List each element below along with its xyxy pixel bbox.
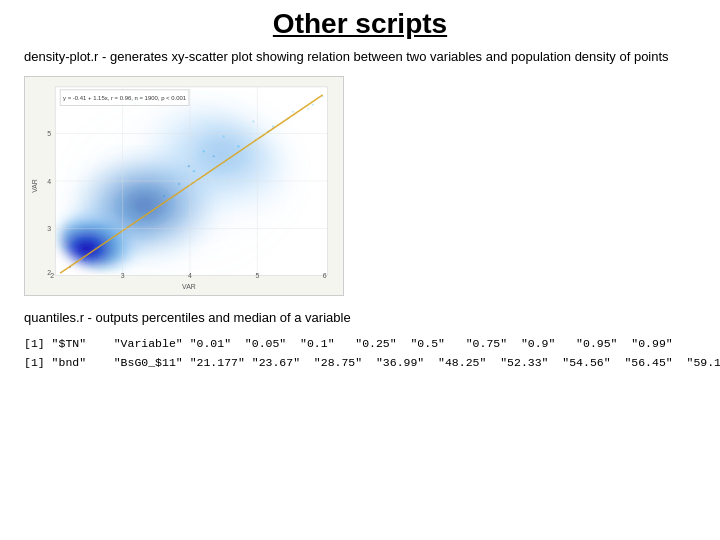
svg-point-24	[178, 183, 180, 185]
svg-point-10	[312, 104, 314, 106]
svg-text:6: 6	[323, 272, 327, 279]
svg-point-22	[94, 247, 96, 249]
svg-text:5: 5	[47, 131, 51, 138]
output-line-1: [1] "$TN" "Variable" "0.01" "0.05" "0.1"…	[24, 335, 696, 353]
output-block: [1] "$TN" "Variable" "0.01" "0.05" "0.1"…	[24, 335, 696, 372]
scatter-plot: 2 3 4 5 6 2 3 4 5 y = -0.41 + 1.15x, r =…	[24, 76, 344, 296]
svg-point-9	[292, 111, 294, 113]
svg-text:VAR: VAR	[31, 179, 38, 193]
svg-text:4: 4	[188, 272, 192, 279]
svg-text:3: 3	[47, 225, 51, 232]
svg-point-21	[79, 252, 81, 254]
plot-svg: 2 3 4 5 6 2 3 4 5 y = -0.41 + 1.15x, r =…	[25, 77, 343, 295]
svg-point-4	[60, 204, 149, 267]
quantiles-description: quantiles.r - outputs percentiles and me…	[24, 310, 696, 325]
svg-point-19	[84, 260, 86, 262]
svg-point-25	[193, 170, 195, 172]
svg-point-17	[307, 108, 309, 110]
svg-point-6	[222, 135, 224, 137]
svg-text:y = -0.41 + 1.15x, r = 0.96, n: y = -0.41 + 1.15x, r = 0.96, n = 1900, p…	[63, 95, 187, 101]
density-description: density-plot.r - generates xy-scatter pl…	[24, 48, 696, 66]
page-title: Other scripts	[24, 8, 696, 40]
page: Other scripts density-plot.r - generates…	[0, 0, 720, 540]
svg-text:5: 5	[255, 272, 259, 279]
svg-text:4: 4	[47, 178, 51, 185]
svg-text:VAR: VAR	[182, 283, 196, 290]
svg-point-7	[252, 121, 254, 123]
svg-point-23	[163, 195, 165, 197]
output-line-2: [1] "bnd" "BsG0_$11" "21.177" "23.67" "2…	[24, 354, 696, 372]
svg-point-15	[213, 155, 215, 157]
svg-text:3: 3	[121, 272, 125, 279]
svg-point-13	[203, 150, 205, 152]
svg-point-11	[237, 145, 239, 147]
svg-text:2: 2	[47, 269, 51, 276]
